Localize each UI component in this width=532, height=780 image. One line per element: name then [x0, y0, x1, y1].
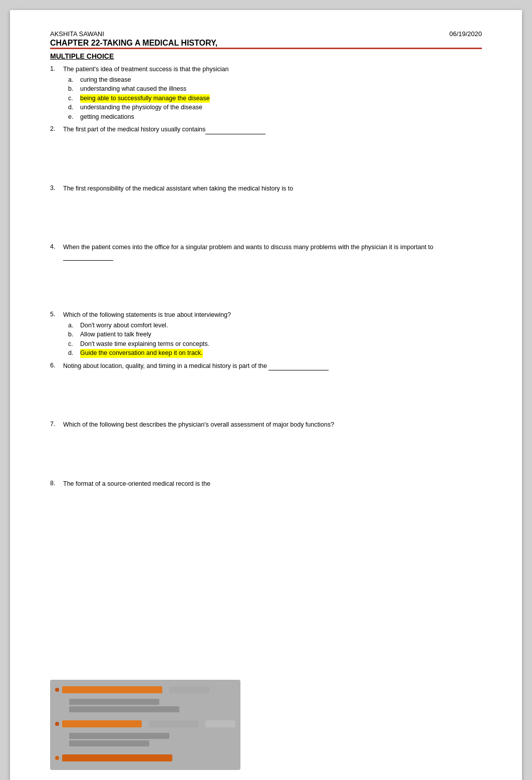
question-4: 4. When the patient comes into the offic…	[50, 243, 482, 261]
q1-e-letter: e.	[68, 113, 76, 122]
q1-a-letter: a.	[68, 76, 76, 85]
q6-blank	[269, 363, 329, 370]
img-subrows-1	[55, 699, 235, 714]
q1-c-letter: c.	[68, 94, 76, 103]
img-line-3	[62, 754, 172, 761]
q6-text: Noting about location, quality, and timi…	[63, 362, 329, 371]
img-line-2b	[149, 720, 198, 727]
q5-b-letter: b.	[68, 330, 76, 339]
q1-answer-c: c. being able to successfully manage the…	[68, 94, 482, 103]
q1-c-text: being able to successfully manage the di…	[80, 94, 210, 103]
q1-answer-a: a. curing the disease	[68, 76, 482, 85]
q5-c-text: Don't waste time explaining terms or con…	[80, 340, 209, 349]
q1-d-text: understanding the physiology of the dise…	[80, 103, 202, 112]
q5-answer-c: c. Don't waste time explaining terms or …	[68, 340, 482, 349]
q4-blank	[63, 254, 113, 261]
img-sub-1	[69, 699, 159, 705]
q2-number: 2.	[50, 125, 60, 134]
student-name: AKSHITA SAWANI	[50, 30, 104, 38]
q8-text: The format of a source-oriented medical …	[63, 480, 210, 489]
q5-text: Which of the following statements is tru…	[63, 311, 231, 320]
question-1-row: 1. The patient's idea of treatment succe…	[50, 65, 482, 74]
q1-answer-d: d. understanding the physiology of the d…	[68, 103, 482, 112]
img-sub-4	[69, 740, 149, 746]
img-row-1	[55, 686, 235, 693]
q1-b-letter: b.	[68, 85, 76, 94]
img-sub-2	[69, 706, 179, 712]
q7-text: Which of the following best describes th…	[63, 421, 334, 430]
q5-d-text: Guide the conversation and keep it on tr…	[80, 349, 203, 358]
question-7: 7. Which of the following best describes…	[50, 421, 482, 430]
header: AKSHITA SAWANI 06/19/2020	[50, 30, 482, 38]
question-1: 1. The patient's idea of treatment succe…	[50, 65, 482, 121]
question-6-row: 6. Noting about location, quality, and t…	[50, 362, 482, 371]
q2-blank	[205, 127, 265, 134]
img-dot-3	[55, 756, 59, 760]
question-6: 6. Noting about location, quality, and t…	[50, 362, 482, 371]
submission-date: 06/19/2020	[449, 30, 482, 38]
q4-text: When the patient comes into the office f…	[63, 243, 482, 261]
question-8: 8. The format of a source-oriented medic…	[50, 480, 482, 489]
img-sub-3	[69, 733, 169, 739]
q5-a-text: Don't worry about comfort level.	[80, 321, 168, 330]
question-3-row: 3. The first responsibility of the medic…	[50, 184, 482, 193]
img-line-2	[62, 720, 142, 727]
img-dot-2	[55, 722, 59, 726]
q8-number: 8.	[50, 480, 60, 489]
q4-number: 4.	[50, 243, 60, 261]
img-line-1	[62, 686, 162, 693]
q5-answer-a: a. Don't worry about comfort level.	[68, 321, 482, 330]
bottom-image	[50, 680, 240, 770]
q5-answers: a. Don't worry about comfort level. b. A…	[50, 321, 482, 358]
q5-b-text: Allow patient to talk freely	[80, 330, 151, 339]
img-subrows-2	[55, 733, 235, 748]
q6-number: 6.	[50, 362, 60, 371]
page: AKSHITA SAWANI 06/19/2020 CHAPTER 22-TAK…	[10, 10, 522, 780]
q3-text: The first responsibility of the medical …	[63, 184, 293, 193]
img-dot-1	[55, 688, 59, 692]
title-underline	[50, 48, 482, 49]
q5-number: 5.	[50, 311, 60, 320]
q1-a-text: curing the disease	[80, 76, 131, 85]
question-3: 3. The first responsibility of the medic…	[50, 184, 482, 193]
img-line-2c	[205, 720, 235, 727]
section-title: MULTIPLE CHOICE	[50, 52, 482, 60]
q5-a-letter: a.	[68, 321, 76, 330]
img-line-1b	[169, 686, 209, 693]
q5-c-letter: c.	[68, 340, 76, 349]
q5-answer-b: b. Allow patient to talk freely	[68, 330, 482, 339]
question-7-row: 7. Which of the following best describes…	[50, 421, 482, 430]
question-8-row: 8. The format of a source-oriented medic…	[50, 480, 482, 489]
q1-answer-e: e. getting medications	[68, 113, 482, 122]
q2-text: The first part of the medical history us…	[63, 125, 265, 134]
q1-number: 1.	[50, 65, 60, 74]
question-4-row: 4. When the patient comes into the offic…	[50, 243, 482, 261]
q1-b-text: understanding what caused the illness	[80, 85, 186, 94]
question-2: 2. The first part of the medical history…	[50, 125, 482, 134]
q5-answer-d: d. Guide the conversation and keep it on…	[68, 349, 482, 358]
q7-number: 7.	[50, 421, 60, 430]
question-5-row: 5. Which of the following statements is …	[50, 311, 482, 320]
q1-text: The patient's idea of treatment success …	[63, 65, 228, 74]
q1-answers: a. curing the disease b. understanding w…	[50, 76, 482, 122]
chapter-title: CHAPTER 22-TAKING A MEDICAL HISTORY,	[50, 39, 482, 48]
img-row-3	[55, 754, 235, 761]
q5-d-letter: d.	[68, 349, 76, 358]
bottom-image-content	[50, 680, 240, 770]
questions-list: 1. The patient's idea of treatment succe…	[50, 65, 482, 488]
question-2-row: 2. The first part of the medical history…	[50, 125, 482, 134]
q1-d-letter: d.	[68, 103, 76, 112]
q3-number: 3.	[50, 184, 60, 193]
q1-answer-b: b. understanding what caused the illness	[68, 85, 482, 94]
img-row-2	[55, 720, 235, 727]
question-5: 5. Which of the following statements is …	[50, 311, 482, 358]
q1-e-text: getting medications	[80, 113, 134, 122]
